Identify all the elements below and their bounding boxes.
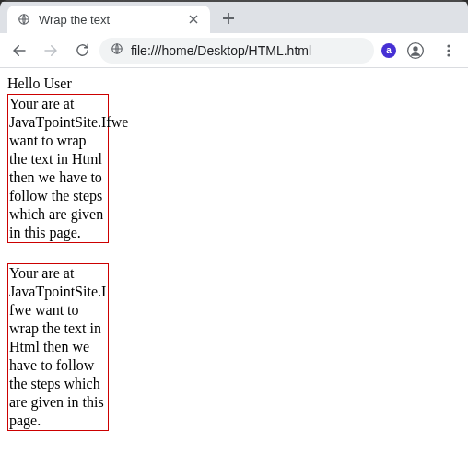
svg-point-14 bbox=[447, 53, 450, 56]
svg-point-13 bbox=[447, 49, 450, 52]
new-tab-button[interactable] bbox=[216, 6, 241, 31]
forward-button[interactable] bbox=[37, 37, 64, 64]
maximize-button[interactable] bbox=[427, 7, 440, 20]
maximize-icon bbox=[430, 10, 438, 17]
greeting-text: Hello User bbox=[7, 75, 461, 92]
back-button[interactable] bbox=[6, 37, 33, 64]
page-content: Hello User Your are at JavaTpointSite.If… bbox=[0, 68, 468, 476]
reload-icon bbox=[75, 42, 90, 58]
svg-point-12 bbox=[447, 44, 450, 47]
reload-button[interactable] bbox=[68, 37, 96, 64]
menu-button[interactable] bbox=[435, 37, 462, 64]
globe-icon bbox=[111, 42, 123, 58]
x-icon bbox=[189, 15, 198, 24]
close-button[interactable] bbox=[448, 7, 461, 20]
profile-button[interactable] bbox=[404, 39, 427, 63]
person-icon bbox=[406, 41, 425, 60]
minimize-button[interactable] bbox=[407, 7, 420, 20]
browser-tab[interactable]: Wrap the text bbox=[7, 6, 210, 33]
browser-window: Wrap the text file:///home/Desktop/HTML.… bbox=[0, 0, 468, 476]
tab-close-button[interactable] bbox=[186, 12, 201, 27]
arrow-left-icon bbox=[11, 42, 28, 59]
kebab-icon bbox=[441, 43, 456, 58]
close-icon bbox=[450, 10, 458, 17]
svg-rect-1 bbox=[432, 12, 437, 17]
url-text: file:///home/Desktop/HTML.html bbox=[131, 43, 363, 58]
browser-toolbar: file:///home/Desktop/HTML.html a bbox=[0, 33, 468, 68]
text-box-breakword: Your are at JavaTpointSite.Ifwe want to … bbox=[7, 263, 109, 431]
svg-point-11 bbox=[413, 46, 417, 51]
minimize-icon bbox=[410, 10, 417, 17]
plus-icon bbox=[222, 12, 235, 25]
tab-title: Wrap the text bbox=[39, 13, 179, 27]
extension-icon[interactable]: a bbox=[381, 43, 396, 58]
arrow-right-icon bbox=[42, 42, 59, 59]
text-box-normal: Your are at JavaTpointSite.Ifwe want to … bbox=[7, 94, 109, 243]
globe-icon bbox=[17, 12, 31, 27]
address-bar[interactable]: file:///home/Desktop/HTML.html bbox=[99, 38, 374, 64]
